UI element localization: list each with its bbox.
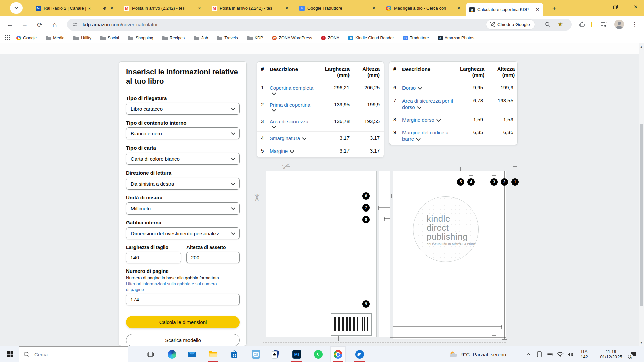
task-view-button[interactable] (143, 346, 158, 362)
chevron-down-icon[interactable] (436, 119, 441, 122)
new-tab-button[interactable]: + (549, 3, 559, 13)
reload-button[interactable]: ⟳ (34, 19, 45, 31)
row-link[interactable]: Area di sicurezza (270, 119, 308, 124)
bookmark-travels[interactable]: Travels (217, 36, 238, 40)
contacts-app-icon[interactable] (248, 346, 264, 362)
profile-avatar[interactable] (614, 20, 624, 29)
trim-height-input[interactable] (186, 252, 240, 263)
tab-close-icon[interactable]: ✕ (197, 6, 202, 11)
site-info-icon[interactable] (72, 22, 78, 27)
bookmark-recipes[interactable]: Recipes (162, 36, 185, 40)
bookmark-zona-wordpress[interactable]: W ZONA WordPress (272, 36, 312, 40)
calculate-dimensions-button[interactable]: Calcola le dimensioni (126, 316, 240, 328)
scrollbar-thumb[interactable] (640, 124, 643, 306)
chevron-down-icon[interactable] (272, 109, 276, 112)
page-count-info-link[interactable]: Ulteriori informazioni sulla gabbia e su… (126, 281, 220, 292)
scroll-down-icon[interactable]: ▼ (639, 340, 644, 345)
microsoft-store-icon[interactable] (227, 346, 242, 362)
volume-icon[interactable] (567, 346, 573, 362)
window-close-button[interactable]: ✕ (628, 0, 643, 14)
interior-type-select[interactable]: Bianco e nero (126, 127, 240, 139)
trim-size-select[interactable]: Dimensioni del rivestimento personalizz… (126, 227, 240, 239)
media-controls-icon[interactable] (599, 20, 608, 29)
mail-icon[interactable] (184, 346, 200, 362)
tab-google-search[interactable]: Madrigali a dio - Cerca con ✕ (383, 0, 465, 16)
chevron-down-icon[interactable] (272, 126, 276, 129)
battery-icon[interactable] (547, 346, 553, 362)
file-explorer-icon[interactable] (205, 346, 221, 362)
tab-close-icon[interactable]: ✕ (456, 6, 461, 11)
extensions-icon[interactable] (578, 20, 587, 29)
address-bar[interactable]: kdp.amazon.com/cover-calculator Chiedi a… (67, 19, 572, 31)
tab-search-button[interactable] (10, 2, 23, 14)
window-minimize-button[interactable] (587, 0, 603, 14)
bookmark-traduttore[interactable]: G Traduttore (403, 36, 429, 40)
row-link[interactable]: Margine del codice a barre (402, 130, 448, 142)
search-icon[interactable] (545, 22, 551, 27)
forward-button[interactable]: → (19, 19, 31, 31)
tab-gmail-1[interactable]: M Posta in arrivo (2.242) - tes ✕ (121, 0, 205, 16)
solitaire-icon[interactable] (268, 346, 283, 362)
your-phone-icon[interactable] (537, 346, 542, 362)
back-button[interactable]: ← (4, 19, 16, 31)
chevron-down-icon[interactable] (417, 106, 422, 109)
measure-unit-select[interactable]: Millimetri (126, 202, 240, 215)
clock-widget[interactable]: 11:19 01/12/2025 (598, 346, 625, 362)
home-button[interactable]: ⌂ (49, 19, 60, 31)
tab-google-translate[interactable]: G Google Traduttore ✕ (296, 0, 380, 16)
bookmark-zona[interactable]: Z ZONA (321, 36, 339, 40)
binding-type-select[interactable]: Libro cartaceo (126, 103, 240, 115)
bookmark-google[interactable]: Google (16, 36, 37, 40)
bookmark-amazon-photos[interactable]: a Amazon Photos (438, 36, 474, 40)
row-link[interactable]: Smarginatura (270, 135, 300, 141)
tab-close-icon[interactable]: ✕ (371, 6, 376, 11)
tab-close-icon[interactable]: ✕ (535, 7, 540, 12)
bookmark-star-icon[interactable]: ★ (557, 20, 563, 28)
chevron-down-icon[interactable] (302, 137, 307, 140)
row-link[interactable]: Area di sicurezza per il dorso (402, 98, 453, 110)
tray-expand-button[interactable] (527, 346, 531, 362)
thunderbird-icon[interactable] (352, 346, 367, 362)
scroll-up-icon[interactable]: ▲ (639, 44, 644, 49)
bookmark-job[interactable]: Job (194, 36, 208, 40)
chrome-icon[interactable] (330, 346, 346, 362)
tab-close-icon[interactable]: ✕ (109, 6, 114, 11)
browser-menu-icon[interactable]: ⋮ (630, 20, 639, 29)
paper-type-select[interactable]: Carta di colore bianco (126, 153, 240, 165)
tab-rai-radio[interactable]: Rai Rai Radio 2 | Canale | R ✕ (32, 0, 118, 16)
trim-width-input[interactable] (126, 252, 181, 263)
notification-center-button[interactable]: 1 (630, 346, 637, 362)
row-link[interactable]: Prima di copertina (270, 102, 310, 108)
chevron-down-icon[interactable] (416, 138, 421, 141)
row-link[interactable]: Margine (270, 148, 288, 154)
whatsapp-icon[interactable] (311, 346, 326, 362)
bookmark-shopping[interactable]: Shopping (128, 36, 153, 40)
weather-widget[interactable]: 9°C Parzial. sereno (449, 346, 506, 362)
bookmark-utility[interactable]: Utility (73, 36, 91, 40)
row-link[interactable]: Margine dorso (402, 117, 434, 123)
chevron-down-icon[interactable] (272, 92, 276, 95)
tab-gmail-2[interactable]: M Posta in arrivo (2.242) - tes ✕ (208, 0, 293, 16)
bookmark-kindle-cloud-reader[interactable]: K Kindle Cloud Reader (348, 36, 394, 40)
bookmark-kdp[interactable]: KDP (247, 36, 263, 40)
taskbar-search-input[interactable] (34, 351, 114, 358)
wifi-icon[interactable] (557, 346, 564, 362)
page-scrollbar[interactable]: ▲ ▼ (639, 43, 644, 346)
ask-google-button[interactable]: Chiedi a Google (486, 20, 535, 29)
language-indicator[interactable]: ITA 142 (581, 346, 588, 362)
chevron-down-icon[interactable] (418, 87, 422, 90)
chevron-down-icon[interactable] (290, 150, 294, 153)
tab-kdp-calculator-active[interactable]: a Calcolatore copertina KDP ✕ (466, 3, 543, 16)
apps-grid-icon[interactable] (5, 35, 10, 41)
taskbar-search-box[interactable] (19, 346, 128, 362)
edge-icon[interactable] (164, 346, 180, 362)
pinned-extension-icon[interactable] (591, 22, 592, 27)
row-link[interactable]: Dorso (402, 85, 416, 91)
reading-direction-select[interactable]: Da sinistra a destra (126, 178, 240, 190)
bookmark-social[interactable]: Social (100, 36, 119, 40)
tab-audio-icon[interactable] (102, 6, 107, 11)
row-link[interactable]: Copertina completa (270, 85, 313, 91)
window-maximize-button[interactable] (608, 0, 623, 14)
photoshop-icon[interactable]: Ps (289, 346, 305, 362)
bookmark-media[interactable]: Media (46, 36, 64, 40)
